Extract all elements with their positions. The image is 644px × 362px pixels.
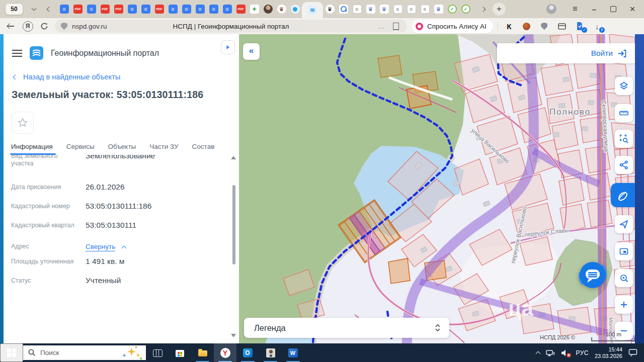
language-indicator[interactable]: РУС — [576, 349, 589, 356]
browser-tab-page[interactable] — [418, 0, 432, 18]
tab-scroll-right[interactable] — [478, 3, 488, 15]
scrollbar-thumb[interactable] — [232, 185, 235, 264]
collapse-address-link[interactable]: Свернуть — [86, 243, 239, 251]
tab-composition[interactable]: Состав — [192, 143, 215, 155]
browser-tab-nspd-active[interactable] — [302, 2, 323, 18]
identify-tool-button[interactable] — [611, 183, 635, 207]
url-field[interactable]: nspd.gov.ru НСПД | Геоинформационный пор… — [55, 20, 407, 33]
area-search-button[interactable] — [615, 130, 633, 148]
taskbar-outlook[interactable] — [236, 343, 259, 362]
browser-tab-map-pin[interactable] — [248, 0, 261, 18]
browser-tab-crest-black[interactable] — [323, 0, 337, 18]
taskbar-task-view[interactable] — [146, 343, 169, 362]
taskbar-explorer[interactable] — [191, 343, 214, 362]
taskbar-clock[interactable]: 15:44 23.03.2026 — [595, 346, 622, 359]
browser-tab-eagle-blue[interactable] — [364, 0, 377, 18]
browser-tab-doc-blue[interactable] — [220, 0, 234, 18]
favorite-button[interactable] — [12, 112, 34, 134]
tab-favicon-icon — [461, 5, 470, 14]
profile-avatar[interactable] — [546, 4, 556, 14]
overview-map-button[interactable] — [615, 242, 633, 260]
tab-list-dropdown[interactable] — [29, 3, 38, 15]
browser-tab-pdf[interactable] — [234, 0, 248, 18]
chat-assistant-button[interactable] — [575, 257, 610, 293]
hidden-icons-button[interactable] — [536, 350, 540, 355]
url-more-icon[interactable]: ... — [378, 23, 385, 30]
taskbar-store[interactable] — [169, 343, 191, 362]
browser-tab-pdf[interactable] — [152, 0, 166, 18]
tab-objects[interactable]: Объекты — [108, 143, 136, 155]
browser-tab-doc-blue[interactable] — [193, 0, 207, 18]
browser-tab-doc-blue[interactable] — [125, 0, 139, 18]
tab-information[interactable]: Информация — [11, 143, 53, 155]
scrollbar-down-arrow[interactable] — [231, 334, 236, 337]
close-button[interactable] — [625, 2, 640, 17]
notification-icon[interactable] — [628, 348, 638, 357]
collapse-panel-button[interactable]: « — [243, 43, 260, 60]
browser-tab-doc-blue[interactable] — [139, 0, 152, 18]
yandex-home-button[interactable]: Я — [22, 20, 34, 32]
share-button[interactable] — [615, 156, 633, 174]
menu-icon[interactable] — [12, 50, 22, 57]
map-search-button[interactable] — [615, 269, 633, 287]
downloads-button[interactable]: ↓7 — [592, 21, 603, 32]
back-button[interactable] — [5, 20, 17, 32]
extension-k-button[interactable]: К — [504, 21, 515, 32]
browser-tab-eagle-blue[interactable] — [377, 0, 391, 18]
browser-tab-search-tab[interactable] — [337, 0, 350, 18]
back-to-results-link[interactable]: Назад в найденные объекты — [4, 60, 239, 81]
layers-button[interactable] — [615, 77, 633, 95]
login-bar[interactable]: Войти — [497, 43, 635, 63]
extension-shield-button[interactable] — [539, 21, 550, 32]
zoom-in-button[interactable] — [615, 296, 633, 314]
browser-menu-button[interactable] — [568, 2, 583, 17]
tab-services[interactable]: Сервисы — [66, 143, 95, 155]
browser-tab-doc-blue[interactable] — [207, 0, 220, 18]
browser-tab-avatar[interactable] — [261, 0, 275, 18]
browser-tab-pdf[interactable] — [112, 0, 125, 18]
browser-tab-doc-blue[interactable] — [166, 0, 180, 18]
browser-tab-page[interactable] — [350, 0, 364, 18]
browser-tab-pdf[interactable] — [71, 0, 85, 18]
taskbar-word[interactable] — [282, 343, 304, 362]
tab-scroll-left[interactable] — [44, 3, 53, 15]
browser-tab-page[interactable] — [405, 0, 418, 18]
tab-favicon-icon — [326, 5, 335, 14]
taskbar-yandex-browser[interactable] — [214, 343, 236, 362]
volume-muted-icon[interactable] — [561, 349, 570, 357]
browser-tab-pdf[interactable] — [98, 0, 112, 18]
network-icon[interactable] — [546, 349, 555, 357]
tabs-scroll-right-button[interactable] — [221, 40, 235, 54]
browser-tab-gos-blue[interactable] — [288, 0, 302, 18]
extension-wallet-button[interactable] — [556, 21, 568, 32]
locate-button[interactable] — [615, 215, 633, 233]
browser-tab-eagle-blue[interactable] — [432, 0, 445, 18]
tab-parcel-parts[interactable]: Части ЗУ — [149, 143, 178, 155]
minimize-button[interactable] — [587, 2, 602, 17]
browser-tab-doc-blue[interactable] — [85, 0, 98, 18]
watermark-label: ца — [508, 297, 533, 320]
scrollbar-up-arrow[interactable] — [231, 156, 236, 159]
extension-doc-check-button[interactable]: ✓ — [574, 21, 585, 32]
start-button[interactable] — [0, 343, 23, 362]
taskbar-person-app[interactable] — [259, 343, 282, 362]
browser-tab-doc-blue[interactable] — [180, 0, 193, 18]
taskbar-search-input[interactable]: Поиск — [23, 345, 146, 360]
legend-bar[interactable]: Легенда — [244, 318, 449, 338]
maximize-button[interactable] — [606, 2, 621, 17]
browser-tab-check-green[interactable] — [459, 0, 472, 18]
browser-tab-crest-dark[interactable] — [275, 0, 288, 18]
refresh-button[interactable] — [38, 20, 50, 32]
tab-counter[interactable]: 50 — [5, 3, 23, 15]
browser-tab-doc-blue[interactable] — [57, 0, 71, 18]
bookmark-icon[interactable] — [393, 23, 399, 30]
new-tab-button[interactable]: + — [493, 3, 506, 16]
windows-logo-icon — [7, 348, 16, 357]
map-canvas[interactable]: ца Полново улица Васильково переулок Вас… — [239, 34, 635, 343]
browser-tab-check-green[interactable] — [445, 0, 459, 18]
browser-tab-page[interactable] — [391, 0, 405, 18]
extension-avatar-button[interactable] — [521, 21, 532, 32]
measure-button[interactable] — [615, 104, 633, 122]
ask-alice-button[interactable]: Спросить Алису AI — [412, 20, 493, 33]
tab-favicon-icon — [182, 5, 191, 14]
